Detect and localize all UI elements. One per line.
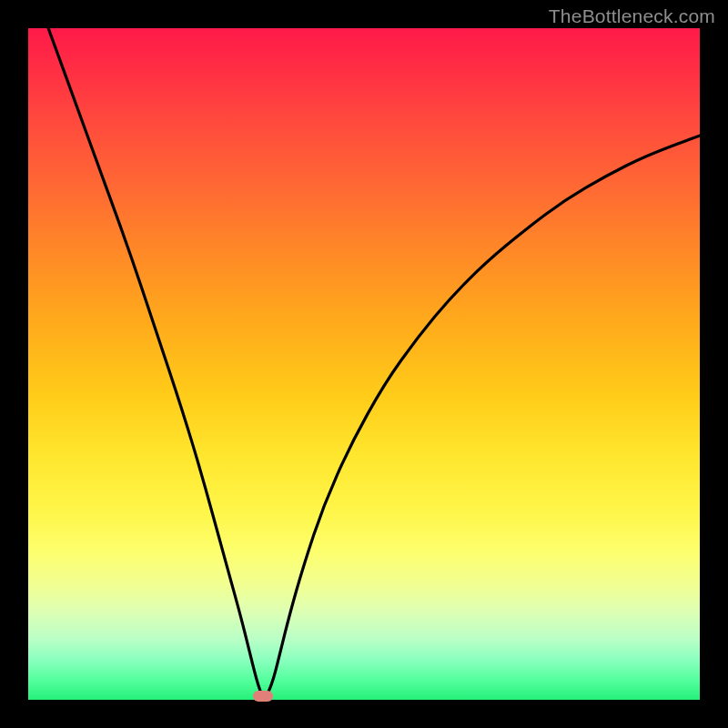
watermark-text: TheBottleneck.com <box>549 5 715 27</box>
bottleneck-curve-path <box>48 28 700 696</box>
chart-plot-area <box>28 28 700 700</box>
curve-svg <box>28 28 700 700</box>
minimum-marker <box>253 691 273 702</box>
